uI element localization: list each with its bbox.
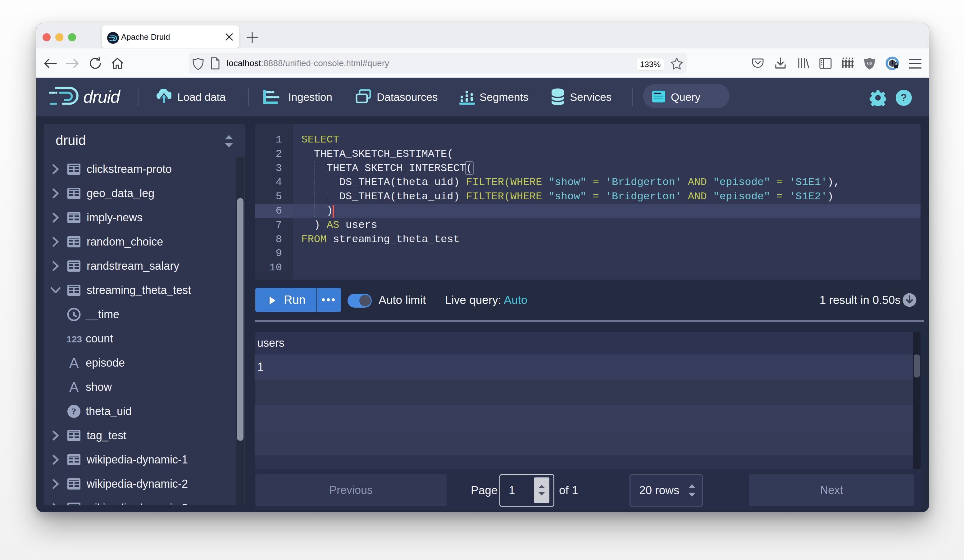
svg-text:uo: uo bbox=[867, 61, 872, 65]
svg-text:?: ? bbox=[900, 92, 907, 103]
svg-text:A: A bbox=[69, 355, 79, 371]
svg-text:123: 123 bbox=[67, 334, 82, 344]
svg-text:A: A bbox=[69, 379, 79, 395]
